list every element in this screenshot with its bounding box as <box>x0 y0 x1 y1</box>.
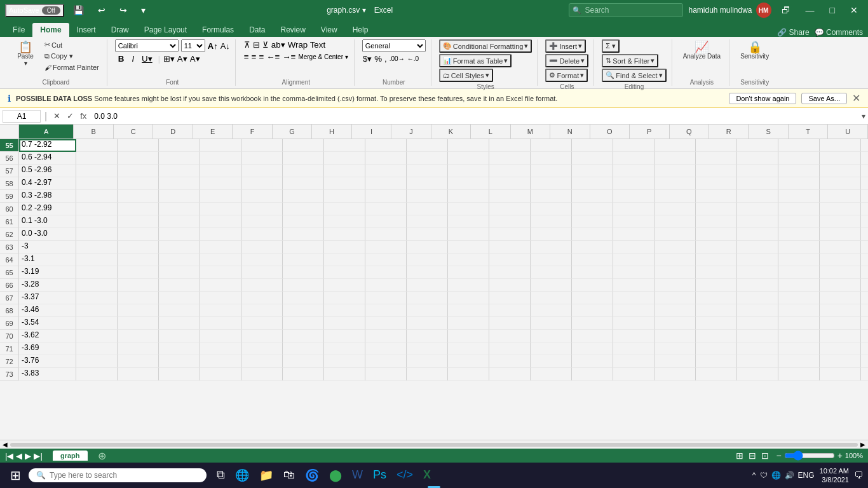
cell-60-C[interactable] <box>118 203 159 215</box>
cell-61-O[interactable] <box>613 215 654 228</box>
cell-55-T[interactable] <box>820 139 861 152</box>
row-number-66[interactable]: 66 <box>0 279 19 292</box>
cell-72-A[interactable]: -3.76 <box>19 355 76 368</box>
cell-65-Q[interactable] <box>696 266 737 279</box>
taskbar-edge-icon[interactable]: 🌐 <box>233 466 252 485</box>
cell-57-F[interactable] <box>241 165 283 177</box>
cell-68-K[interactable] <box>448 304 489 317</box>
cell-62-P[interactable] <box>654 228 696 241</box>
col-header-B[interactable]: B <box>74 125 113 139</box>
cell-64-P[interactable] <box>654 254 696 266</box>
cell-73-U[interactable] <box>861 368 868 381</box>
nav-last-sheet[interactable]: ▶| <box>34 451 42 461</box>
cell-67-U[interactable] <box>861 292 868 304</box>
cell-65-I[interactable] <box>365 266 407 279</box>
cell-66-J[interactable] <box>407 279 448 292</box>
cell-65-R[interactable] <box>737 266 778 279</box>
cell-73-L[interactable] <box>489 368 531 381</box>
cell-59-L[interactable] <box>489 190 531 203</box>
cell-65-G[interactable] <box>283 266 324 279</box>
conditional-formatting-button[interactable]: 🎨 Conditional Formatting ▾ <box>439 39 532 53</box>
cell-69-H[interactable] <box>324 317 365 330</box>
cell-72-R[interactable] <box>737 355 778 368</box>
cell-57-T[interactable] <box>820 165 861 177</box>
cell-59-J[interactable] <box>407 190 448 203</box>
cell-55-F[interactable] <box>241 139 283 152</box>
cell-64-U[interactable] <box>861 254 868 266</box>
cell-67-O[interactable] <box>613 292 654 304</box>
cell-56-C[interactable] <box>118 152 159 165</box>
cell-67-K[interactable] <box>448 292 489 304</box>
nav-prev-sheet[interactable]: ◀ <box>16 451 22 461</box>
cell-55-Q[interactable] <box>696 139 737 152</box>
cell-55-G[interactable] <box>283 139 324 152</box>
cell-61-A[interactable]: 0.1 -3.0 <box>19 215 76 228</box>
cell-60-M[interactable] <box>531 203 572 215</box>
cell-58-L[interactable] <box>489 177 531 190</box>
start-button[interactable]: ⊞ <box>5 465 26 485</box>
cell-67-J[interactable] <box>407 292 448 304</box>
decrease-font-button[interactable]: A↓ <box>220 41 230 51</box>
row-number-69[interactable]: 69 <box>0 317 19 330</box>
cell-64-B[interactable] <box>76 254 118 266</box>
format-painter-button[interactable]: 🖌 Format Painter <box>42 62 102 72</box>
cell-58-N[interactable] <box>572 177 613 190</box>
row-number-68[interactable]: 68 <box>0 304 19 317</box>
cell-68-Q[interactable] <box>696 304 737 317</box>
cell-56-H[interactable] <box>324 152 365 165</box>
taskbar-word-icon[interactable]: W <box>349 466 365 485</box>
increase-font-button[interactable]: A↑ <box>208 41 218 51</box>
add-sheet-button[interactable]: ⊕ <box>98 450 106 462</box>
row-number-60[interactable]: 60 <box>0 203 19 215</box>
comments-button[interactable]: 💬 Comments <box>815 28 863 37</box>
row-number-70[interactable]: 70 <box>0 330 19 342</box>
tab-review[interactable]: Review <box>273 23 313 37</box>
cell-66-M[interactable] <box>531 279 572 292</box>
col-header-S[interactable]: S <box>749 125 788 139</box>
share-button[interactable]: 🔗 Share <box>777 28 809 37</box>
cell-66-N[interactable] <box>572 279 613 292</box>
cell-61-B[interactable] <box>76 215 118 228</box>
cell-56-G[interactable] <box>283 152 324 165</box>
cell-73-N[interactable] <box>572 368 613 381</box>
cell-63-R[interactable] <box>737 241 778 254</box>
cell-59-M[interactable] <box>531 190 572 203</box>
cell-63-A[interactable]: -3 <box>19 241 76 254</box>
cell-56-J[interactable] <box>407 152 448 165</box>
cell-65-N[interactable] <box>572 266 613 279</box>
col-header-R[interactable]: R <box>709 125 749 139</box>
cell-62-O[interactable] <box>613 228 654 241</box>
cell-55-I[interactable] <box>365 139 407 152</box>
cell-57-N[interactable] <box>572 165 613 177</box>
cell-65-L[interactable] <box>489 266 531 279</box>
cell-58-I[interactable] <box>365 177 407 190</box>
col-header-T[interactable]: T <box>789 125 828 139</box>
cell-55-S[interactable] <box>778 139 820 152</box>
undo-button[interactable]: ↩ <box>93 4 111 17</box>
cell-65-F[interactable] <box>241 266 283 279</box>
cell-68-G[interactable] <box>283 304 324 317</box>
cell-56-I[interactable] <box>365 152 407 165</box>
col-header-E[interactable]: E <box>193 125 233 139</box>
cell-70-Q[interactable] <box>696 330 737 342</box>
cell-65-U[interactable] <box>861 266 868 279</box>
autosave-toggle[interactable]: AutoSave Off <box>5 4 64 17</box>
bold-button[interactable]: B <box>115 53 128 64</box>
cell-71-F[interactable] <box>241 342 283 355</box>
cell-56-P[interactable] <box>654 152 696 165</box>
cell-68-U[interactable] <box>861 304 868 317</box>
cell-60-I[interactable] <box>365 203 407 215</box>
cell-64-T[interactable] <box>820 254 861 266</box>
cell-59-E[interactable] <box>200 190 241 203</box>
cell-62-L[interactable] <box>489 228 531 241</box>
cell-71-S[interactable] <box>778 342 820 355</box>
cell-63-I[interactable] <box>365 241 407 254</box>
cell-61-R[interactable] <box>737 215 778 228</box>
tab-draw[interactable]: Draw <box>104 23 137 37</box>
cell-62-K[interactable] <box>448 228 489 241</box>
cell-62-T[interactable] <box>820 228 861 241</box>
cell-68-L[interactable] <box>489 304 531 317</box>
cell-59-P[interactable] <box>654 190 696 203</box>
title-search-input[interactable] <box>569 3 683 17</box>
align-left-button[interactable]: ≡ <box>243 51 250 62</box>
